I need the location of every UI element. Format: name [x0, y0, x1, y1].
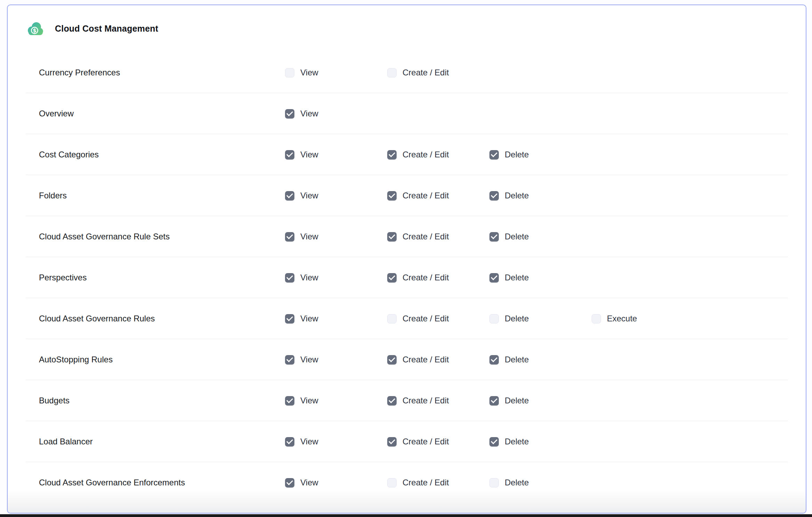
page-background: $ Cloud Cost Management Currency Prefere… [0, 0, 812, 517]
create-edit-checkbox[interactable] [387, 437, 397, 446]
permission-label: Create / Edit [403, 191, 449, 200]
create-edit-permission: Create / Edit [387, 355, 489, 364]
permission-row-cloud-asset-governance-enforcements: Cloud Asset Governance Enforcements View… [8, 462, 806, 503]
create-edit-permission: Create / Edit [387, 478, 489, 487]
permission-row-overview: Overview View [8, 93, 806, 134]
resource-label: Currency Preferences [39, 68, 285, 77]
delete-checkbox[interactable] [489, 191, 499, 200]
create-edit-checkbox[interactable] [387, 150, 397, 159]
view-checkbox[interactable] [285, 273, 294, 282]
permission-label: View [300, 191, 318, 200]
permission-label: View [300, 355, 318, 364]
resource-label: Folders [39, 191, 285, 200]
view-checkbox[interactable] [285, 437, 294, 446]
view-permission: View [285, 273, 387, 282]
resource-label: AutoStopping Rules [39, 355, 285, 364]
resource-label: Budgets [39, 396, 285, 405]
permission-row-cloud-asset-governance-rules: Cloud Asset Governance Rules ViewCreate … [8, 298, 806, 339]
permission-label: Delete [505, 396, 529, 405]
view-permission: View [285, 396, 387, 405]
create-edit-checkbox[interactable] [387, 232, 397, 241]
create-edit-checkbox[interactable] [387, 478, 397, 487]
view-checkbox[interactable] [285, 396, 294, 405]
create-edit-permission: Create / Edit [387, 191, 489, 200]
permission-label: Delete [505, 478, 529, 487]
cloud-cost-management-permissions-card: $ Cloud Cost Management Currency Prefere… [7, 5, 806, 514]
permission-label: View [300, 314, 318, 323]
execute-checkbox[interactable] [592, 314, 601, 323]
permission-label: Create / Edit [403, 314, 449, 323]
view-permission: View [285, 314, 387, 323]
view-permission: View [285, 150, 387, 159]
delete-permission: Delete [489, 396, 592, 405]
create-edit-checkbox[interactable] [387, 355, 397, 364]
permission-label: View [300, 68, 318, 77]
permission-label: Delete [505, 314, 529, 323]
view-checkbox[interactable] [285, 478, 294, 487]
permission-row-load-balancer: Load Balancer ViewCreate / EditDelete [8, 421, 806, 462]
delete-checkbox[interactable] [489, 314, 499, 323]
permission-label: Create / Edit [403, 478, 449, 487]
execute-permission: Execute [592, 314, 806, 323]
delete-permission: Delete [489, 355, 592, 364]
permission-label: Create / Edit [403, 355, 449, 364]
view-permission: View [285, 191, 387, 200]
permission-label: Delete [505, 273, 529, 282]
delete-permission: Delete [489, 314, 592, 323]
create-edit-permission: Create / Edit [387, 396, 489, 405]
view-checkbox[interactable] [285, 355, 294, 364]
delete-permission: Delete [489, 437, 592, 446]
delete-permission: Delete [489, 191, 592, 200]
permission-label: Create / Edit [403, 396, 449, 405]
view-permission: View [285, 478, 387, 487]
card-header: $ Cloud Cost Management [8, 5, 806, 52]
delete-permission: Delete [489, 232, 592, 241]
permission-label: Delete [505, 437, 529, 446]
view-checkbox[interactable] [285, 109, 294, 118]
permission-label: Create / Edit [403, 68, 449, 77]
permission-label: Delete [505, 355, 529, 364]
resource-label: Cloud Asset Governance Rule Sets [39, 232, 285, 241]
delete-permission: Delete [489, 478, 592, 487]
view-permission: View [285, 109, 387, 118]
view-checkbox[interactable] [285, 68, 294, 77]
delete-checkbox[interactable] [489, 273, 499, 282]
permission-label: Delete [505, 232, 529, 241]
view-permission: View [285, 232, 387, 241]
permission-row-cost-categories: Cost Categories ViewCreate / EditDelete [8, 134, 806, 175]
delete-permission: Delete [489, 150, 592, 159]
permission-label: View [300, 396, 318, 405]
permission-row-cloud-asset-governance-rule-sets: Cloud Asset Governance Rule Sets ViewCre… [8, 216, 806, 257]
permission-label: View [300, 150, 318, 159]
permission-row-autostopping-rules: AutoStopping Rules ViewCreate / EditDele… [8, 339, 806, 380]
delete-checkbox[interactable] [489, 478, 499, 487]
create-edit-checkbox[interactable] [387, 273, 397, 282]
permission-label: Create / Edit [403, 437, 449, 446]
view-permission: View [285, 68, 387, 77]
create-edit-checkbox[interactable] [387, 396, 397, 405]
svg-text:$: $ [33, 27, 36, 34]
delete-checkbox[interactable] [489, 150, 499, 159]
create-edit-permission: Create / Edit [387, 273, 489, 282]
create-edit-permission: Create / Edit [387, 314, 489, 323]
resource-label: Cloud Asset Governance Enforcements [39, 478, 285, 487]
permission-row-folders: Folders ViewCreate / EditDelete [8, 175, 806, 216]
delete-checkbox[interactable] [489, 232, 499, 241]
delete-checkbox[interactable] [489, 396, 499, 405]
create-edit-checkbox[interactable] [387, 68, 397, 77]
create-edit-checkbox[interactable] [387, 191, 397, 200]
view-checkbox[interactable] [285, 150, 294, 159]
create-edit-checkbox[interactable] [387, 314, 397, 323]
view-checkbox[interactable] [285, 314, 294, 323]
permission-label: View [300, 109, 318, 118]
permission-row-budgets: Budgets ViewCreate / EditDelete [8, 380, 806, 421]
permission-label: View [300, 437, 318, 446]
view-checkbox[interactable] [285, 191, 294, 200]
delete-checkbox[interactable] [489, 355, 499, 364]
create-edit-permission: Create / Edit [387, 150, 489, 159]
cloud-dollar-icon: $ [27, 22, 43, 36]
view-checkbox[interactable] [285, 232, 294, 241]
delete-checkbox[interactable] [489, 437, 499, 446]
create-edit-permission: Create / Edit [387, 437, 489, 446]
view-permission: View [285, 355, 387, 364]
